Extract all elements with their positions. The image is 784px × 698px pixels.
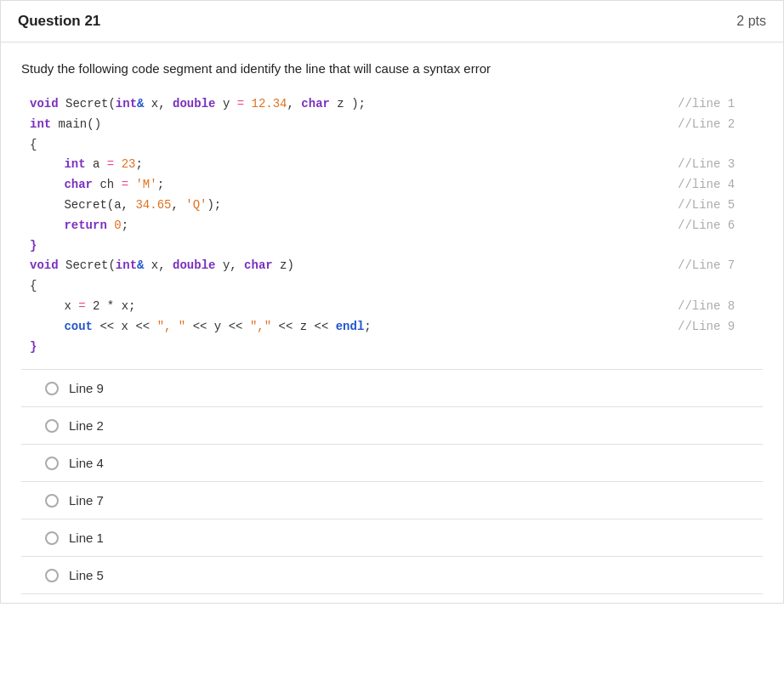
- code-line-5: Secret(a, 34.65, 'Q'); //Line 5: [30, 196, 754, 216]
- code-line-open-brace-1: {: [30, 135, 754, 156]
- comment-8: //line 8: [678, 297, 754, 317]
- option-line2[interactable]: Line 2: [21, 406, 763, 444]
- comment-1: //line 1: [678, 94, 754, 115]
- radio-line5[interactable]: [45, 569, 59, 582]
- option-line1-label: Line 1: [69, 531, 104, 545]
- option-line4[interactable]: Line 4: [21, 444, 763, 481]
- question-prompt: Study the following code segment and ide…: [21, 61, 763, 76]
- comment-9: //Line 9: [678, 317, 754, 338]
- comment-3: //Line 3: [678, 155, 754, 175]
- comment-6: //Line 6: [678, 216, 754, 236]
- code-line-8: x = 2 * x; //line 8: [30, 297, 754, 317]
- code-line-close-brace-2: }: [30, 338, 754, 358]
- radio-line2[interactable]: [45, 419, 59, 433]
- code-line-close-brace-1: }: [30, 236, 754, 257]
- code-line-3: int a = 23; //Line 3: [30, 155, 754, 175]
- option-line5[interactable]: Line 5: [21, 556, 763, 594]
- code-line-9: cout << x << ", " << y << "," << z << en…: [30, 317, 754, 338]
- option-line5-label: Line 5: [69, 568, 104, 582]
- code-line-4: char ch = 'M'; //line 4: [30, 175, 754, 196]
- question-body: Study the following code segment and ide…: [1, 43, 783, 603]
- code-block: void Secret(int& x, double y = 12.34, ch…: [21, 91, 763, 360]
- comment-7: //Line 7: [678, 256, 754, 276]
- option-line7[interactable]: Line 7: [21, 481, 763, 519]
- question-container: Question 21 2 pts Study the following co…: [0, 0, 784, 604]
- radio-line1[interactable]: [45, 531, 59, 545]
- code-line-6: return 0; //Line 6: [30, 216, 754, 236]
- code-line-7: void Secret(int& x, double y, char z) //…: [30, 256, 754, 276]
- comment-4: //line 4: [678, 175, 754, 196]
- option-line7-label: Line 7: [69, 493, 104, 508]
- option-line9-label: Line 9: [69, 381, 104, 395]
- options-section: Line 9 Line 2 Line 4 Line 7 Line 1 Line: [21, 369, 763, 594]
- code-line-1: void Secret(int& x, double y = 12.34, ch…: [30, 94, 754, 115]
- comment-5: //Line 5: [678, 196, 754, 216]
- comment-2: //Line 2: [678, 115, 754, 135]
- radio-line4[interactable]: [45, 457, 59, 470]
- option-line2-label: Line 2: [69, 418, 104, 433]
- option-line4-label: Line 4: [69, 456, 104, 470]
- code-line-open-brace-2: {: [30, 276, 754, 297]
- question-title: Question 21: [18, 13, 100, 30]
- radio-line7[interactable]: [45, 494, 59, 508]
- radio-line9[interactable]: [45, 382, 59, 395]
- question-points: 2 pts: [736, 14, 766, 29]
- option-line1[interactable]: Line 1: [21, 519, 763, 556]
- code-line-2: int main() //Line 2: [30, 115, 754, 135]
- option-line9[interactable]: Line 9: [21, 369, 763, 406]
- question-header: Question 21 2 pts: [1, 1, 783, 43]
